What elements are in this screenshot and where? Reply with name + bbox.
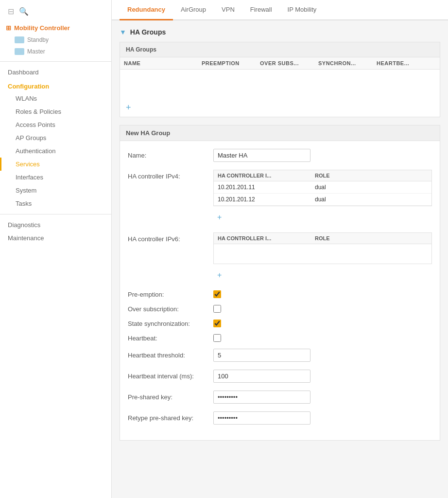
pre-shared-key-input[interactable] [213, 391, 310, 404]
heartbeat-checkbox[interactable] [213, 334, 221, 342]
over-subscription-checkbox[interactable] [213, 305, 221, 313]
ipv4-control: HA CONTROLLER I... ROLE 10.201.201.11 du… [213, 170, 432, 225]
sidebar-tasks[interactable]: Tasks [0, 197, 111, 210]
ipv4-cell-role-0: dual [311, 181, 360, 193]
new-ha-group-form-header: New HA Group [120, 125, 440, 141]
ha-groups-table-body [120, 70, 440, 99]
sidebar-master[interactable]: Master [0, 46, 111, 57]
ipv6-row: HA controller IPv6: HA CONTROLLER I... R… [128, 232, 432, 283]
pre-shared-key-row: Pre-shared key: [128, 391, 432, 404]
col-name: NAME [120, 57, 198, 69]
tab-redundancy[interactable]: Redundancy [120, 0, 173, 20]
sidebar-ap-groups[interactable]: AP Groups [0, 131, 111, 144]
sidebar-mobility-controller[interactable]: ⊞ Mobility Controller [0, 22, 111, 34]
tab-vpn[interactable]: VPN [214, 0, 242, 20]
roles-policies-label: Roles & Policies [16, 108, 61, 115]
heartbeat-threshold-control [213, 349, 432, 362]
add-ipv4-icon: + [217, 213, 222, 221]
sidebar-authentication[interactable]: Authentication [0, 144, 111, 158]
ha-groups-table-columns: NAME PREEMPTION OVER SUBS... SYNCHRON...… [120, 57, 440, 70]
add-ipv4-button[interactable]: + [213, 210, 432, 225]
content-area: ▼ HA Groups HA Groups NAME PREEMPTION OV… [112, 20, 448, 498]
ipv4-sub-table-cols: HA CONTROLLER I... ROLE [214, 170, 431, 181]
ipv6-label: HA controller IPv6: [128, 232, 206, 243]
mobility-controller-label: Mobility Controller [14, 24, 70, 32]
wlans-label: WLANs [16, 95, 37, 102]
tab-airgroup-label: AirGroup [181, 6, 206, 13]
master-device-icon [15, 48, 24, 55]
ipv6-sub-table-cols: HA CONTROLLER I... ROLE [214, 233, 431, 244]
state-sync-checkbox[interactable] [213, 320, 221, 327]
preemption-row: Pre-emption: [128, 290, 432, 298]
heartbeat-interval-input[interactable] [213, 370, 310, 383]
sidebar-access-points[interactable]: Access Points [0, 118, 111, 131]
heartbeat-label: Heartbeat: [128, 335, 206, 342]
tab-vpn-label: VPN [222, 6, 235, 13]
ipv4-row-0: 10.201.201.11 dual [214, 181, 431, 194]
standby-label: Standby [27, 36, 49, 43]
add-ipv6-button[interactable]: + [213, 268, 432, 283]
col-over-subs: OVER SUBS... [256, 57, 314, 69]
ipv4-row: HA controller IPv4: HA CONTROLLER I... R… [128, 170, 432, 225]
name-control [213, 149, 432, 162]
ipv6-control: HA CONTROLLER I... ROLE + [213, 232, 432, 283]
sidebar-roles-policies[interactable]: Roles & Policies [0, 105, 111, 118]
ipv4-col-role: ROLE [311, 170, 360, 181]
new-ha-group-form: New HA Group Name: HA controller IPv4: [120, 125, 440, 441]
sidebar-icon-device[interactable]: ⊟ [8, 7, 14, 16]
retype-key-row: Retype pre-shared key: [128, 411, 432, 425]
retype-key-control [213, 411, 432, 425]
interfaces-label: Interfaces [16, 174, 43, 181]
ipv4-sub-table: HA CONTROLLER I... ROLE 10.201.201.11 du… [213, 170, 432, 206]
add-ha-group-button[interactable]: + [120, 99, 440, 117]
tasks-label: Tasks [16, 200, 32, 207]
ipv4-col-ip: HA CONTROLLER I... [214, 170, 311, 181]
new-ha-group-form-body: Name: HA controller IPv4: HA CONTROLLER … [120, 141, 440, 440]
master-label: Master [27, 48, 45, 55]
col-heartbe: HEARTBE... [373, 57, 431, 69]
tab-ip-mobility[interactable]: IP Mobility [280, 0, 325, 20]
name-label: Name: [128, 149, 206, 159]
pre-shared-key-control [213, 391, 432, 404]
sidebar-dashboard[interactable]: Dashboard [0, 66, 111, 79]
sidebar: ⊟ 🔍 ⊞ Mobility Controller Standby Master… [0, 0, 112, 498]
heartbeat-interval-label: Heartbeat interval (ms): [128, 370, 206, 380]
collapse-icon[interactable]: ▼ [120, 28, 126, 36]
name-row: Name: [128, 149, 432, 162]
over-subscription-row: Over subscription: [128, 305, 432, 313]
ha-groups-table-header: HA Groups [120, 42, 440, 57]
services-label: Services [16, 160, 40, 168]
tab-firewall-label: Firewall [250, 6, 272, 13]
diagnostics-label: Diagnostics [8, 221, 40, 229]
name-input[interactable] [213, 149, 310, 162]
heartbeat-threshold-row: Heartbeat threshold: [128, 349, 432, 362]
mobility-controller-icon: ⊞ [6, 24, 11, 32]
col-preemption: PREEMPTION [198, 57, 256, 69]
heartbeat-threshold-label: Heartbeat threshold: [128, 349, 206, 359]
sidebar-interfaces[interactable]: Interfaces [0, 171, 111, 184]
sidebar-maintenance[interactable]: Maintenance [0, 231, 111, 245]
preemption-label: Pre-emption: [128, 291, 206, 298]
tab-firewall[interactable]: Firewall [242, 0, 280, 20]
sidebar-icon-search[interactable]: 🔍 [19, 7, 29, 16]
ipv6-col-ip: HA CONTROLLER I... [214, 233, 311, 244]
access-points-label: Access Points [16, 121, 55, 128]
tab-airgroup[interactable]: AirGroup [173, 0, 214, 20]
ha-groups-table-container: HA Groups NAME PREEMPTION OVER SUBS... S… [120, 42, 440, 117]
ipv6-col-role: ROLE [311, 233, 360, 244]
preemption-checkbox[interactable] [213, 290, 221, 298]
ipv4-row-1: 10.201.201.12 dual [214, 194, 431, 206]
sidebar-configuration-title[interactable]: Configuration [0, 79, 111, 92]
ipv4-label: HA controller IPv4: [128, 170, 206, 180]
heartbeat-threshold-input[interactable] [213, 349, 310, 362]
sidebar-system[interactable]: System [0, 184, 111, 197]
col-synchron: SYNCHRON... [314, 57, 373, 69]
sidebar-wlans[interactable]: WLANs [0, 92, 111, 105]
retype-key-input[interactable] [213, 411, 310, 425]
ha-groups-section-header: ▼ HA Groups [120, 28, 440, 36]
heartbeat-interval-row: Heartbeat interval (ms): [128, 370, 432, 383]
ap-groups-label: AP Groups [16, 134, 46, 142]
sidebar-standby[interactable]: Standby [0, 34, 111, 46]
sidebar-services[interactable]: Services [0, 158, 111, 171]
sidebar-diagnostics[interactable]: Diagnostics [0, 218, 111, 231]
